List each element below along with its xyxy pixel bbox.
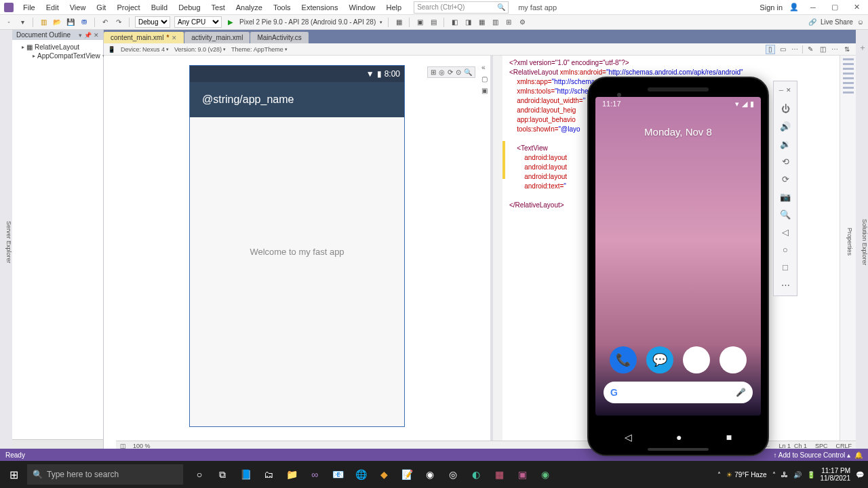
run-target[interactable]: Pixel 2 Pie 9.0 - API 28 (Android 9.0 - … (239, 18, 376, 26)
taskbar-clock[interactable]: 11:17 PM 11/8/2021 (821, 467, 851, 482)
expand-icon[interactable]: ▸ (22, 44, 24, 50)
weather-widget[interactable]: ☀ 79°F Haze (726, 471, 766, 479)
global-search-input[interactable]: Search (Ctrl+Q) 🔍 (414, 1, 509, 14)
solution-explorer-tab[interactable]: Solution Explorer (861, 219, 868, 266)
rotate-left-icon[interactable]: ⟲ (780, 156, 791, 167)
back-icon[interactable]: ◦ (4, 18, 14, 27)
add-to-source-control[interactable]: ↑ Add to Source Control ▴ (774, 451, 850, 459)
tb-icon-2[interactable]: ▣ (415, 18, 425, 27)
tree-node-child[interactable]: ▸AppCompatTextView▾ (14, 52, 102, 60)
live-share-button[interactable]: Live Share (821, 18, 853, 26)
task-app-3[interactable]: 🌐 (350, 464, 372, 485)
dropdown-icon[interactable]: ▾ (79, 32, 82, 39)
properties-tab[interactable]: Properties (846, 228, 853, 256)
nav-recents-icon[interactable]: ■ (726, 432, 732, 443)
more2-icon[interactable]: ⋯ (830, 45, 840, 54)
chrome-taskbar-icon[interactable]: ◉ (419, 464, 441, 485)
live-share-icon[interactable]: 🔗 (808, 18, 816, 26)
emulator-minimize-icon[interactable]: ─ (779, 87, 783, 94)
tray-icon-1[interactable]: ˄ (772, 471, 776, 479)
menu-debug[interactable]: Debug (174, 2, 204, 13)
edit-icon[interactable]: ✎ (806, 45, 815, 54)
nav-home-icon[interactable]: ● (676, 432, 682, 443)
more-icon[interactable]: ⋯ (790, 45, 800, 54)
emulator-taskbar-icon[interactable]: ◉ (534, 464, 556, 485)
run-target-dropdown-icon[interactable]: ▾ (380, 20, 382, 25)
tab-content-main[interactable]: content_main.xml*✕ (104, 32, 184, 43)
notifications-icon[interactable]: 🔔 (854, 451, 863, 459)
close-tab-icon[interactable]: ✕ (172, 35, 177, 41)
notification-center-icon[interactable]: 💬 (856, 471, 864, 479)
visual-studio-icon[interactable]: ∞ (304, 464, 326, 485)
task-app-1[interactable]: 📘 (235, 464, 256, 485)
task-app-7[interactable]: ▦ (488, 464, 510, 485)
chevron-up-icon[interactable]: ˄ (717, 471, 721, 479)
task-app-8[interactable]: ▣ (511, 464, 533, 485)
expand-icon[interactable]: ▸ (33, 53, 35, 59)
task-app-2[interactable]: 🗂 (258, 464, 279, 485)
menu-extensions[interactable]: Extensions (298, 2, 342, 13)
zoom-fit-icon[interactable]: ⊙ (456, 68, 461, 76)
redo-icon[interactable]: ↷ (114, 18, 123, 27)
emulator-screen[interactable]: 11:17 ▾◢▮ Monday, Nov 8 📞 💬 ▶ ◉ G 🎤 (595, 97, 761, 415)
more-icon[interactable]: ⋯ (780, 279, 791, 290)
indent-mode[interactable]: SPC (815, 443, 828, 449)
tb-icon-1[interactable]: ▦ (394, 18, 403, 27)
menu-view[interactable]: View (66, 2, 90, 13)
overview-icon[interactable]: □ (780, 262, 791, 272)
edge-icon[interactable]: ◐ (465, 464, 487, 485)
task-app-4[interactable]: ◆ (373, 464, 395, 485)
view-landscape-icon[interactable]: ▭ (778, 45, 787, 54)
task-view-icon[interactable]: ⧉ (212, 464, 233, 485)
close-button[interactable]: ✕ (849, 3, 864, 12)
panel2-icon[interactable]: ▣ (481, 87, 488, 94)
menu-window[interactable]: Window (344, 2, 379, 13)
tb-icon-6[interactable]: ▦ (477, 18, 486, 27)
battery-icon[interactable]: 🔋 (807, 471, 815, 479)
zoom-in-icon[interactable]: 🔍 (780, 209, 791, 220)
tb-icon-9[interactable]: ⚙ (517, 18, 527, 27)
device-dropdown[interactable]: Device: Nexus 4 ▾ (121, 46, 169, 53)
back-icon[interactable]: ◁ (780, 226, 791, 237)
mic-icon[interactable]: 🎤 (736, 388, 746, 397)
view-portrait-icon[interactable]: ▯ (766, 45, 775, 54)
server-explorer-tab[interactable]: Server Explorer (5, 221, 12, 264)
mail-icon[interactable]: 📧 (327, 464, 349, 485)
menu-edit[interactable]: Edit (42, 2, 63, 13)
maximize-button[interactable]: ▢ (827, 3, 842, 12)
horizontal-scrollbar[interactable] (12, 439, 103, 449)
cortana-icon[interactable]: ○ (189, 464, 210, 485)
tb-icon-5[interactable]: ◨ (463, 18, 473, 27)
emulator-close-icon[interactable]: ✕ (786, 87, 791, 94)
volume-up-icon[interactable]: 🔊 (780, 121, 791, 131)
split-icon[interactable]: ◫ (818, 45, 827, 54)
refresh-icon[interactable]: ⟳ (448, 68, 453, 76)
rotate-right-icon[interactable]: ⟳ (780, 174, 791, 184)
zoom-icon[interactable]: 🔍 (464, 68, 472, 76)
tree-node-root[interactable]: ▸▦RelativeLayout (14, 43, 102, 52)
layout-toggle-icon[interactable]: ◫ (120, 443, 126, 449)
volume-icon[interactable]: 🔊 (793, 471, 802, 479)
taskbar-search[interactable]: 🔍 Type here to search (27, 464, 183, 485)
minimize-button[interactable]: ─ (806, 3, 821, 12)
menu-project[interactable]: Project (113, 2, 144, 13)
version-dropdown[interactable]: Version: 9.0 (v28) ▾ (174, 46, 226, 53)
task-app-6[interactable]: ◎ (442, 464, 464, 485)
camera-icon[interactable]: 📷 (780, 191, 791, 202)
tb-icon-3[interactable]: ▤ (429, 18, 438, 27)
menu-git[interactable]: Git (92, 2, 110, 13)
preview-textview[interactable]: Welcome to my fast app (250, 247, 344, 257)
menu-help[interactable]: Help (382, 2, 406, 13)
tab-mainactivity[interactable]: MainActivity.cs (250, 32, 308, 43)
menu-build[interactable]: Build (147, 2, 172, 13)
platform-dropdown[interactable]: Any CPU (174, 16, 222, 28)
panel-icon[interactable]: ▢ (481, 75, 488, 83)
new-project-icon[interactable]: ▥ (39, 18, 48, 27)
config-dropdown[interactable]: Debug (135, 16, 170, 28)
play-store-icon[interactable]: ▶ (683, 346, 710, 373)
swap-icon[interactable]: ⇅ (842, 45, 852, 54)
android-emulator-window[interactable]: 11:17 ▾◢▮ Monday, Nov 8 📞 💬 ▶ ◉ G 🎤 ◁ ● … (587, 77, 769, 456)
menu-analyze[interactable]: Analyze (232, 2, 267, 13)
line-endings[interactable]: CRLF (835, 443, 852, 449)
power-icon[interactable]: ⏻ (780, 103, 791, 114)
